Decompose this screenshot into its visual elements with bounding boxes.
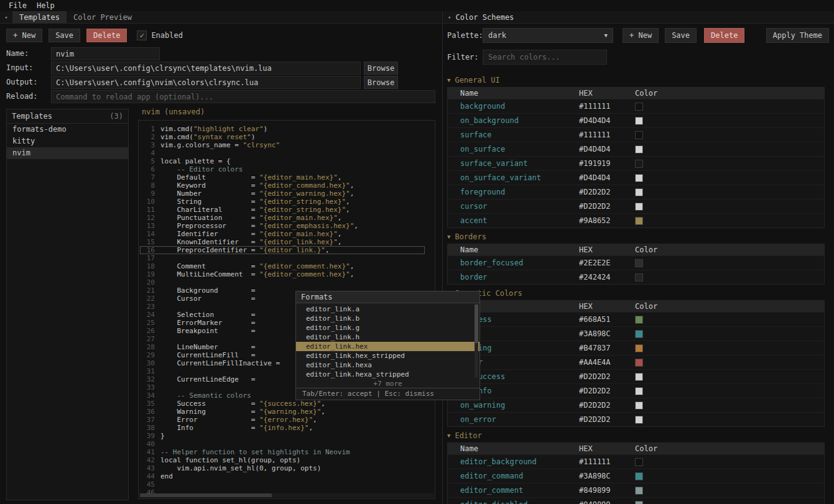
- new-palette-button[interactable]: + New: [623, 28, 659, 43]
- autocomplete-item-editor-link-hex-stripped[interactable]: editor_link.hex_stripped: [296, 351, 480, 360]
- scrollbar-thumb[interactable]: [140, 493, 272, 497]
- color-row-on-error[interactable]: on_error#D2D2D2: [448, 412, 824, 426]
- autocomplete-item-editor-link-hexa[interactable]: editor_link.hexa: [296, 360, 480, 370]
- code-line-41[interactable]: 41-- Helper function to set highlights i…: [140, 448, 425, 456]
- color-row-on-info[interactable]: on_info#D2D2D2: [448, 383, 824, 398]
- section-header-borders[interactable]: ▼Borders: [447, 232, 825, 241]
- color-row-accent[interactable]: accent#9A8652: [448, 213, 824, 227]
- code-line-4[interactable]: 4: [140, 149, 425, 157]
- code-line-17[interactable]: 17: [140, 254, 425, 262]
- panel-expander-icon[interactable]: ▾: [0, 11, 12, 23]
- code-line-12[interactable]: 12 Punctuation = "{editor_main.hex}",: [140, 214, 425, 222]
- code-line-9[interactable]: 9 Number = "{editor_warning.hex}",: [140, 190, 425, 198]
- save-palette-button[interactable]: Save: [665, 28, 697, 43]
- code-line-40[interactable]: 40: [140, 440, 425, 448]
- template-item-formats-demo[interactable]: formats-demo: [7, 124, 128, 135]
- autocomplete-item-editor-link-hex[interactable]: editor_link.hex: [296, 342, 480, 351]
- code-line-5[interactable]: 5local palette = {: [140, 157, 425, 165]
- code-line-42[interactable]: 42local function set_hl(group, opts): [140, 456, 425, 464]
- section-header-editor[interactable]: ▼Editor: [447, 431, 825, 440]
- scrollbar-thumb[interactable]: [475, 305, 478, 343]
- code-line-13[interactable]: 13 Preprocessor = "{editor_emphasis.hex}…: [140, 222, 425, 230]
- code-line-44[interactable]: 44end: [140, 472, 425, 480]
- color-row-cursor[interactable]: cursor#D2D2D2: [448, 199, 824, 213]
- color-row-editor-background[interactable]: editor_background#111111: [448, 454, 824, 469]
- color-row-on-success[interactable]: on_success#D2D2D2: [448, 369, 824, 383]
- color-row-warning[interactable]: warning#B47837: [448, 341, 824, 355]
- color-row-error[interactable]: error#AA4E4A: [448, 355, 824, 369]
- filter-row: Filter:: [447, 50, 607, 65]
- code-line-6[interactable]: 6 -- Editor colors: [140, 165, 425, 173]
- palette-select[interactable]: dark ▼: [483, 28, 613, 43]
- code-line-37[interactable]: 37 Error = "{error.hex}",: [140, 416, 425, 424]
- color-row-border-focused[interactable]: border_focused#2E2E2E: [448, 255, 824, 270]
- code-line-10[interactable]: 10 String = "{editor_string.hex}",: [140, 198, 425, 206]
- color-row-border[interactable]: border#242424: [448, 270, 824, 284]
- code-line-14[interactable]: 14 Identifier = "{editor_main.hex}",: [140, 230, 425, 238]
- autocomplete-item-editor-link-b[interactable]: editor_link.b: [296, 314, 480, 323]
- name-input[interactable]: [51, 47, 160, 60]
- autocomplete-scrollbar[interactable]: [475, 305, 478, 378]
- code-line-16[interactable]: 16 PreprocIdentifier = "{editor_link.}",: [140, 246, 425, 254]
- save-template-button[interactable]: Save: [49, 29, 80, 42]
- color-row-editor-comment[interactable]: editor_comment#849899: [448, 483, 824, 497]
- color-row-surface[interactable]: surface#111111: [448, 127, 824, 142]
- enabled-checkbox[interactable]: ✓: [137, 30, 147, 40]
- code-line-11[interactable]: 11 CharLiteral = "{editor_string.hex}",: [140, 206, 425, 214]
- autocomplete-item-editor-link-a[interactable]: editor_link.a: [296, 305, 480, 314]
- menu-file[interactable]: File: [9, 1, 27, 10]
- input-path-field[interactable]: [51, 62, 361, 75]
- code-line-36[interactable]: 36 Warning = "{warning.hex}",: [140, 408, 425, 416]
- color-row-surface-variant[interactable]: surface_variant#191919: [448, 156, 824, 170]
- apply-theme-button[interactable]: Apply Theme: [766, 28, 829, 43]
- code-line-2[interactable]: 2vim.cmd("syntax reset"): [140, 133, 425, 141]
- line-number: 13: [140, 222, 155, 230]
- color-row-on-surface[interactable]: on_surface#D4D4D4: [448, 142, 824, 156]
- code-line-15[interactable]: 15 KnownIdentifier = "{editor_link.hex}"…: [140, 238, 425, 246]
- output-browse-button[interactable]: Browse: [364, 76, 398, 89]
- section-header-semantic-colors[interactable]: ▼Semantic Colors: [447, 288, 825, 298]
- template-item-nvim[interactable]: nvim: [7, 147, 128, 159]
- code-line-19[interactable]: 19 MultiLineComment = "{editor_comment.h…: [140, 270, 425, 278]
- color-row-on-warning[interactable]: on_warning#D2D2D2: [448, 398, 824, 412]
- color-row-info[interactable]: info#3A898C: [448, 326, 824, 341]
- code-line-3[interactable]: 3vim.g.colors_name = "clrsync": [140, 141, 425, 149]
- code-line-39[interactable]: 39}: [140, 432, 425, 440]
- tab-templates[interactable]: Templates: [12, 11, 67, 23]
- color-row-editor-disabled[interactable]: editor_disabled#849899: [448, 497, 824, 504]
- code-line-8[interactable]: 8 Keyword = "{editor_command.hex}",: [140, 181, 425, 190]
- code-line-20[interactable]: 20: [140, 278, 425, 286]
- section-header-general-ui[interactable]: ▼General UI: [447, 75, 825, 85]
- delete-template-button[interactable]: Delete: [86, 29, 127, 42]
- template-item-kitty[interactable]: kitty: [7, 135, 128, 147]
- code-line-7[interactable]: 7 Default = "{editor_main.hex}",: [140, 173, 425, 181]
- color-row-on-surface-variant[interactable]: on_surface_variant#D4D4D4: [448, 170, 824, 185]
- tab-color-preview[interactable]: Color Preview: [67, 11, 139, 23]
- autocomplete-item-editor-link-hexa-stripped[interactable]: editor_link.hexa_stripped: [296, 370, 480, 379]
- color-row-foreground[interactable]: foreground#D2D2D2: [448, 185, 824, 199]
- autocomplete-item-editor-link-g[interactable]: editor_link.g: [296, 323, 480, 332]
- code-token: ,: [346, 206, 350, 214]
- delete-palette-button[interactable]: Delete: [704, 28, 744, 43]
- color-filter-input[interactable]: [483, 50, 607, 65]
- code-line-18[interactable]: 18 Comment = "{editor_comment.hex}",: [140, 262, 425, 270]
- panel-expander-icon[interactable]: ▾: [448, 14, 451, 21]
- color-row-success[interactable]: success#668A51: [448, 312, 824, 326]
- color-row-editor-command[interactable]: editor_command#3A898C: [448, 469, 824, 483]
- color-row-background[interactable]: background#111111: [448, 99, 824, 113]
- output-path-field[interactable]: [51, 76, 361, 89]
- code-line-45[interactable]: 45: [140, 480, 425, 488]
- reload-command-field[interactable]: [51, 90, 435, 103]
- editor-horizontal-scrollbar[interactable]: [140, 493, 433, 497]
- code-line-38[interactable]: 38 Info = "{info.hex}",: [140, 424, 425, 432]
- code-line-43[interactable]: 43 vim.api.nvim_set_hl(0, group, opts): [140, 464, 425, 472]
- autocomplete-item-editor-link-h[interactable]: editor_link.h: [296, 332, 480, 342]
- code-line-1[interactable]: 1vim.cmd("highlight clear"): [140, 125, 425, 133]
- color-hex: #D4D4D4: [579, 116, 635, 125]
- menu-help[interactable]: Help: [37, 1, 55, 10]
- color-row-on-background[interactable]: on_background#D4D4D4: [448, 113, 824, 127]
- code-line-35[interactable]: 35 Success = "{success.hex}",: [140, 400, 425, 408]
- input-browse-button[interactable]: Browse: [364, 62, 398, 75]
- new-template-button[interactable]: + New: [6, 29, 42, 42]
- autocomplete-more[interactable]: +7 more: [296, 379, 480, 388]
